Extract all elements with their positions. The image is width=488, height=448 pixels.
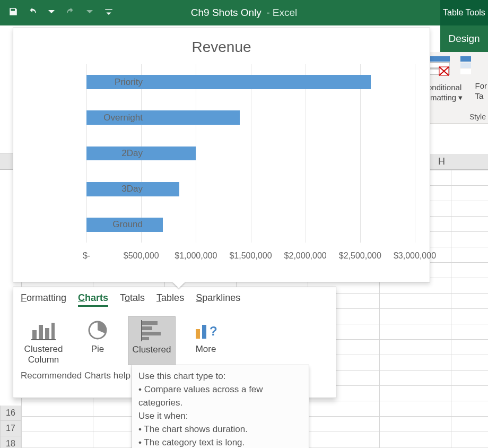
svg-text:?: ? xyxy=(210,324,217,338)
styles-group-label: Style xyxy=(469,113,486,121)
conditional-formatting-icon xyxy=(428,56,450,78)
chart-option-more[interactable]: ? More xyxy=(182,316,230,365)
svg-rect-5 xyxy=(460,63,471,68)
redo-icon xyxy=(66,7,75,19)
x-tick-label: $3,000,000 xyxy=(394,251,436,261)
pie-icon xyxy=(74,320,121,341)
option-label: Pie xyxy=(91,344,104,354)
y-category-label: Priority xyxy=(90,77,143,88)
svg-rect-19 xyxy=(202,325,206,339)
svg-rect-6 xyxy=(460,69,471,74)
undo-dropdown[interactable] xyxy=(43,5,59,21)
chevron-down-icon xyxy=(104,7,114,19)
chart-option-clustered-bar[interactable]: Clustered xyxy=(128,316,176,365)
tab-totals[interactable]: Totals xyxy=(120,292,145,307)
svg-rect-0 xyxy=(428,56,450,62)
x-tick-label: $1,500,000 xyxy=(229,251,272,261)
svg-rect-7 xyxy=(32,330,37,340)
y-category-label: 2Day xyxy=(90,148,143,159)
chart-title: Revenue xyxy=(18,39,425,56)
row-header[interactable]: 17 xyxy=(0,421,21,436)
redo-dropdown[interactable] xyxy=(82,5,98,21)
svg-rect-13 xyxy=(142,321,158,325)
option-label: More xyxy=(196,344,216,354)
svg-rect-15 xyxy=(142,332,161,335)
x-tick-label: $2,500,000 xyxy=(339,251,381,261)
svg-rect-18 xyxy=(196,329,200,339)
column-header-H[interactable]: H xyxy=(438,156,445,167)
y-category-label: Ground xyxy=(90,219,143,230)
x-tick-label: $1,000,000 xyxy=(175,251,217,261)
redo-button[interactable] xyxy=(63,5,79,21)
chevron-down-icon xyxy=(47,7,56,19)
clustered-bar-icon xyxy=(128,320,175,341)
format-as-table-label[interactable]: For Ta xyxy=(473,81,487,101)
svg-rect-8 xyxy=(39,325,43,340)
contextual-tab-group: Table Tools xyxy=(440,0,488,25)
format-as-table-icon xyxy=(460,56,471,78)
tab-charts[interactable]: Charts xyxy=(78,292,108,307)
clustered-column-icon xyxy=(20,320,67,341)
svg-rect-16 xyxy=(142,337,149,340)
undo-button[interactable] xyxy=(24,5,40,21)
chart-option-pie[interactable]: Pie xyxy=(74,316,121,365)
x-tick-label: $500,000 xyxy=(124,251,159,261)
tab-tables[interactable]: Tables xyxy=(156,292,184,307)
ribbon-styles-group: onditional rmatting ▾ For Ta Style xyxy=(425,52,488,124)
option-label: Clustered Column xyxy=(24,344,63,365)
more-charts-icon: ? xyxy=(182,320,230,341)
svg-rect-10 xyxy=(51,323,55,340)
option-label: Clustered xyxy=(133,344,171,355)
row-header[interactable]: 18 xyxy=(0,436,21,448)
chart-option-clustered-column[interactable]: Clustered Column xyxy=(20,316,67,365)
svg-rect-14 xyxy=(142,326,152,330)
customize-qat[interactable] xyxy=(101,5,117,21)
chart-type-tooltip: Use this chart type to: • Compare values… xyxy=(132,365,309,448)
quick-analysis-tabs: Formatting Charts Totals Tables Sparklin… xyxy=(13,287,336,311)
tab-sparklines[interactable]: Sparklines xyxy=(196,292,240,307)
chevron-down-icon xyxy=(85,7,94,19)
row-header[interactable]: 16 xyxy=(0,406,21,421)
chart-preview-tooltip: Revenue PriorityOvernight2Day3DayGround … xyxy=(13,28,430,282)
svg-rect-4 xyxy=(460,56,471,62)
tab-formatting[interactable]: Formatting xyxy=(21,292,66,307)
undo-icon xyxy=(28,7,37,19)
save-icon xyxy=(8,7,18,19)
save-button[interactable] xyxy=(5,5,21,21)
contextual-tab-design[interactable]: Design xyxy=(440,25,488,52)
svg-rect-9 xyxy=(45,328,49,340)
y-category-label: 3Day xyxy=(90,184,143,194)
y-category-label: Overnight xyxy=(90,113,143,123)
x-tick-label: $2,000,000 xyxy=(284,251,327,261)
x-tick-label: $- xyxy=(83,251,90,261)
